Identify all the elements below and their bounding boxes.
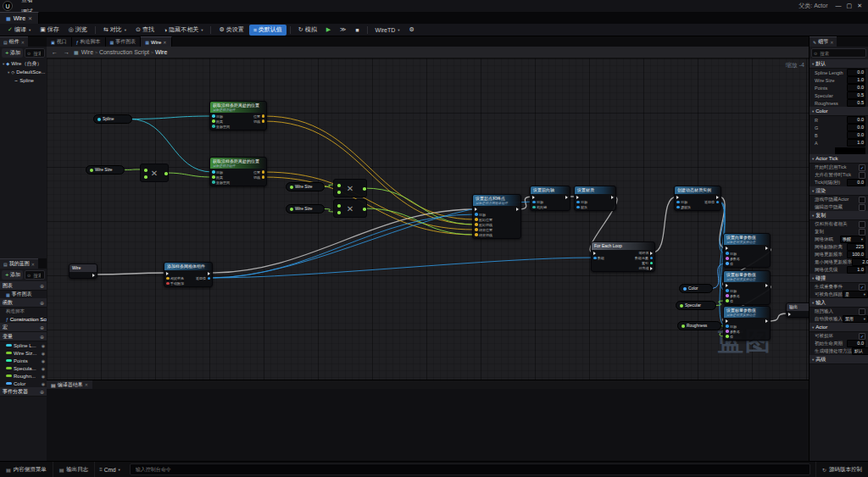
- variable-get-node[interactable]: Spline: [93, 114, 132, 124]
- value-field[interactable]: 225: [847, 243, 865, 251]
- graph-node[interactable]: 添加样条网格体组件相对变换手动附加返回值: [164, 262, 213, 287]
- my-blueprint-section[interactable]: 宏⊕: [0, 323, 47, 332]
- add-component-button[interactable]: ＋添加: [2, 48, 23, 58]
- input-pin[interactable]: [788, 312, 793, 317]
- eye-icon[interactable]: ◉: [42, 374, 45, 379]
- math-node[interactable]: ✕: [333, 179, 367, 197]
- value-field[interactable]: 2.0: [852, 258, 868, 266]
- output-pin[interactable]: 返回值: [196, 276, 210, 281]
- close-icon[interactable]: ✕: [830, 40, 833, 45]
- variable-row[interactable]: Points◉: [0, 357, 47, 364]
- editor-settings-button[interactable]: ⚙: [405, 25, 419, 36]
- breadcrumb-item[interactable]: Wire: [155, 49, 167, 55]
- component-tree-item[interactable]: ▾◆Wire（自身）: [0, 59, 47, 68]
- add-icon[interactable]: ⊕: [40, 389, 44, 395]
- graph-node[interactable]: Wire: [69, 263, 97, 279]
- input-pin[interactable]: 值: [726, 261, 740, 266]
- myblueprint-search-input[interactable]: [31, 272, 42, 279]
- value-field[interactable]: 0.0: [847, 131, 865, 139]
- details-section-header[interactable]: ▾Actor Tick: [810, 154, 868, 164]
- checkbox[interactable]: [859, 204, 865, 211]
- output-pin[interactable]: [565, 195, 569, 200]
- output-pin[interactable]: 返回值: [704, 200, 719, 205]
- debug-object-button[interactable]: WireTD▾: [371, 25, 404, 36]
- stop-button[interactable]: ■: [351, 25, 363, 36]
- my-blueprint-item[interactable]: 构造脚本: [0, 308, 47, 315]
- close-icon[interactable]: ✕: [163, 40, 166, 45]
- dropdown[interactable]: 禁用▾: [843, 315, 868, 323]
- dropdown[interactable]: 是▾: [843, 291, 868, 298]
- dropdown[interactable]: 唤醒▾: [840, 236, 865, 243]
- graph-node[interactable]: 设置标量参数值目标是材质实例动态目标参数名值: [723, 270, 771, 305]
- variable-get-node[interactable]: Color: [679, 284, 713, 293]
- graph-node[interactable]: 设置起点和终点目标是样条网格体组件目标起始位置起始切线结束位置结束切线: [472, 194, 521, 239]
- console-mode-dropdown[interactable]: ≡ Cmd ▾: [95, 467, 125, 473]
- variable-get-node[interactable]: Wire Size: [286, 182, 325, 191]
- tree-expander-icon[interactable]: ▾: [8, 70, 9, 75]
- input-pin[interactable]: 数组: [593, 256, 604, 261]
- value-field[interactable]: 100.0: [847, 251, 865, 258]
- input-pin[interactable]: 结束切线: [475, 232, 492, 237]
- math-node[interactable]: ✕: [140, 164, 169, 182]
- color-swatch[interactable]: [835, 147, 865, 154]
- variable-row[interactable]: Wire Siz...◉: [0, 349, 47, 357]
- class-defaults-button[interactable]: ≡类默认值: [249, 25, 287, 36]
- details-search-input[interactable]: [818, 50, 864, 57]
- my-blueprint-item[interactable]: ▦事件图表: [0, 291, 47, 298]
- variable-get-node[interactable]: Wire Size: [286, 204, 325, 214]
- input-pin[interactable]: 手动附加: [166, 281, 184, 286]
- graph-tab[interactable]: ▦Wire✕: [141, 36, 171, 47]
- details-section-header[interactable]: ▾碰撞: [810, 274, 868, 283]
- details-section-header[interactable]: ▾复制: [810, 211, 868, 220]
- tab-details[interactable]: ✎ 细节 ✕: [810, 36, 837, 47]
- output-pin[interactable]: [765, 246, 769, 251]
- console-input[interactable]: [134, 466, 806, 473]
- value-field[interactable]: 0.0: [847, 124, 865, 131]
- window-control-button[interactable]: —: [833, 3, 844, 8]
- value-field[interactable]: 0.5: [847, 99, 865, 107]
- dropdown[interactable]: 默认▾: [852, 347, 868, 355]
- add-icon[interactable]: ⊕: [40, 300, 44, 306]
- output-pin[interactable]: [610, 195, 615, 200]
- window-control-button[interactable]: ▢: [844, 3, 855, 8]
- input-pin[interactable]: 前向轴: [532, 205, 547, 210]
- input-pin[interactable]: 值: [726, 298, 740, 303]
- my-blueprint-section[interactable]: 图表⊕: [0, 281, 47, 291]
- statusbar-button[interactable]: ▤内容侧滑菜单: [0, 462, 53, 477]
- output-pin[interactable]: 切线: [253, 119, 264, 124]
- hide-unrelated-button[interactable]: ◑隐藏不相关▾: [159, 25, 208, 36]
- tab-compiler-results[interactable]: ▤ 编译器结果 ✕: [47, 380, 92, 389]
- details-section-header[interactable]: ▾高级: [810, 355, 868, 364]
- source-control-button[interactable]: ↻ 源码版本控制: [815, 462, 868, 477]
- eye-icon[interactable]: ◉: [42, 343, 45, 348]
- output-pin[interactable]: [765, 319, 769, 324]
- output-pin[interactable]: 切线: [253, 175, 264, 180]
- output-pin[interactable]: [92, 273, 96, 278]
- tab-components[interactable]: ▤ 组件 ✕: [0, 36, 28, 47]
- tree-expander-icon[interactable]: ▾: [3, 62, 4, 66]
- frame-skip-button[interactable]: ≫: [336, 25, 350, 36]
- add-icon[interactable]: ⊕: [40, 334, 44, 340]
- eye-icon[interactable]: ◉: [42, 358, 45, 363]
- add-icon[interactable]: ⊕: [40, 324, 44, 330]
- variable-get-node[interactable]: Wire Size: [86, 165, 125, 175]
- input-pin[interactable]: 源材质: [676, 205, 691, 210]
- class-settings-button[interactable]: ⚙类设置: [214, 25, 248, 36]
- details-section-header[interactable]: ▾默认: [810, 59, 868, 69]
- statusbar-button[interactable]: ▤输出日志: [53, 462, 96, 477]
- value-field[interactable]: 0.5: [847, 92, 865, 99]
- my-blueprint-item[interactable]: ƒConstruction Script: [0, 315, 47, 323]
- close-icon[interactable]: ✕: [28, 15, 32, 21]
- forward-arrow-icon[interactable]: →: [62, 49, 71, 55]
- graph-tab[interactable]: ▣视口: [47, 37, 72, 47]
- breadcrumb-item[interactable]: Construction Script: [99, 49, 149, 55]
- details-section-header[interactable]: ▾Actor: [810, 323, 868, 332]
- value-field[interactable]: 0.0: [847, 116, 865, 124]
- input-pin[interactable]: 坐标空间: [212, 124, 230, 129]
- graph-node[interactable]: 创建动态材质实例目标源材质返回值: [674, 186, 721, 211]
- variable-get-node[interactable]: Specular: [676, 301, 716, 310]
- math-node[interactable]: ✕: [333, 199, 367, 218]
- play-button[interactable]: ▶: [322, 25, 335, 36]
- find-button[interactable]: ⊙查找: [131, 25, 159, 36]
- graph-node[interactable]: For Each Loop数组循环体数组元素索引已完成: [591, 241, 655, 272]
